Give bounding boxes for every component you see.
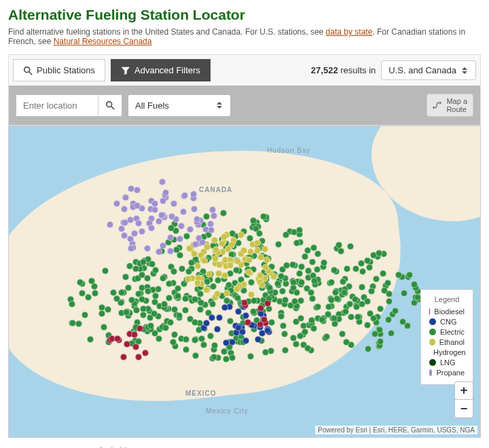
zoom-out-button[interactable]: −	[455, 400, 473, 417]
link-data-by-state[interactable]: data by state	[326, 27, 373, 37]
page-title: Alternative Fueling Station Locator	[8, 7, 481, 23]
svg-point-2	[107, 102, 112, 107]
map-attribution: Powered by Esri | Esri, HERE, Garmin, US…	[315, 426, 477, 434]
legend: Legend BiodieselCNGElectricEthanolHydrog…	[420, 289, 473, 385]
sort-icon	[462, 67, 469, 74]
legend-item: Electric	[429, 328, 465, 336]
svg-line-1	[29, 71, 32, 74]
legend-item: Propane	[429, 369, 465, 377]
subtitle: Find alternative fueling stations in the…	[8, 27, 481, 46]
legend-item: Ethanol	[429, 338, 465, 346]
toolbar: Public Stations Advanced Filters 27,522 …	[8, 54, 481, 86]
results-count: 27,522 results in	[311, 65, 376, 75]
route-icon	[433, 100, 442, 110]
legend-item: LNG	[429, 358, 465, 367]
zoom-control: + −	[454, 381, 473, 418]
search-icon	[23, 66, 33, 75]
map[interactable]: Hudson Bay CANADA MEXICO Mexico City Leg…	[8, 126, 481, 438]
station-dots	[9, 126, 480, 437]
search-button[interactable]	[98, 95, 122, 116]
legend-item: Biodiesel	[429, 307, 465, 316]
map-route-button[interactable]: Map a Route	[427, 94, 473, 117]
svg-point-0	[24, 67, 30, 72]
search-bar: All Fuels Map a Route	[8, 86, 481, 126]
tab-advanced-filters[interactable]: Advanced Filters	[111, 59, 211, 81]
location-input[interactable]	[16, 95, 98, 116]
region-select[interactable]: U.S. and Canada	[381, 60, 476, 80]
sort-icon	[217, 102, 223, 109]
link-nrcan[interactable]: Natural Resources Canada	[54, 37, 152, 46]
fuel-select[interactable]: All Fuels	[128, 94, 231, 117]
legend-item: CNG	[429, 318, 465, 326]
footer-links: iPhone Appfor U.S. stations Android Appf…	[8, 438, 481, 448]
legend-item: Hydrogen	[429, 348, 465, 356]
search-icon	[105, 100, 115, 110]
zoom-in-button[interactable]: +	[455, 382, 473, 400]
filter-icon	[121, 66, 130, 75]
location-input-group	[16, 94, 122, 117]
tab-public-stations[interactable]: Public Stations	[13, 59, 105, 81]
svg-line-3	[111, 107, 114, 109]
